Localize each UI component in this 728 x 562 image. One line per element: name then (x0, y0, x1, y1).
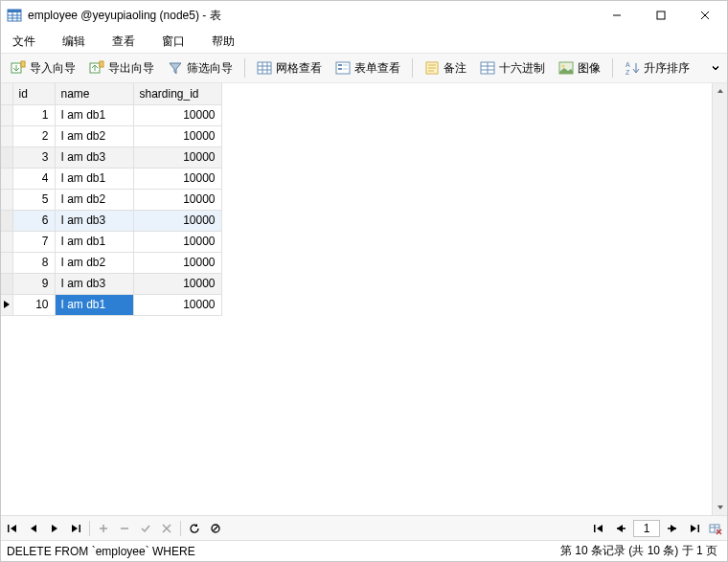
toolbar-overflow-button[interactable] (708, 55, 723, 81)
svg-text:Z: Z (626, 69, 630, 76)
export-icon (89, 60, 104, 76)
add-record-button[interactable] (96, 521, 111, 536)
form-icon (335, 60, 351, 76)
cell-id[interactable]: 6 (12, 210, 55, 231)
row-gutter (1, 125, 12, 146)
cell-name[interactable]: I am db1 (55, 104, 133, 125)
svg-rect-45 (594, 525, 596, 532)
menu-window[interactable]: 窗口 (156, 32, 191, 52)
last-record-button[interactable] (68, 521, 83, 536)
table-row[interactable]: 4I am db110000 (1, 168, 221, 189)
vertical-scrollbar[interactable] (712, 83, 727, 515)
note-button[interactable]: 备注 (419, 58, 472, 79)
table-row[interactable]: 2I am db210000 (1, 125, 221, 146)
apply-button[interactable] (138, 521, 153, 536)
first-page-button[interactable] (591, 521, 606, 536)
cell-name[interactable]: I am db2 (55, 125, 133, 146)
scroll-up-button[interactable] (713, 83, 727, 99)
image-label: 图像 (578, 60, 601, 77)
scroll-down-button[interactable] (713, 500, 727, 515)
table-row[interactable]: 8I am db210000 (1, 252, 221, 273)
cell-name[interactable]: I am db2 (55, 189, 133, 210)
cell-id[interactable]: 3 (12, 146, 55, 168)
filter-icon (168, 60, 183, 76)
menu-edit[interactable]: 编辑 (57, 32, 91, 52)
close-button[interactable] (683, 1, 727, 30)
col-header-name[interactable]: name (55, 83, 133, 104)
table-row[interactable]: 6I am db310000 (1, 210, 221, 231)
table-row[interactable]: 10I am db110000 (1, 294, 221, 315)
header-row: id name sharding_id (1, 83, 221, 104)
gutter-header (1, 83, 12, 104)
cell-id[interactable]: 10 (12, 294, 55, 315)
refresh-button[interactable] (187, 521, 202, 536)
hex-button[interactable]: 十六进制 (474, 58, 551, 79)
import-wizard-button[interactable]: 导入向导 (5, 58, 81, 79)
cell-id[interactable]: 9 (12, 273, 55, 294)
cancel-edit-button[interactable] (159, 521, 174, 536)
export-wizard-button[interactable]: 导出向导 (83, 58, 160, 79)
next-page-button[interactable] (666, 521, 681, 536)
cell-id[interactable]: 7 (12, 231, 55, 252)
minimize-button[interactable] (595, 1, 639, 30)
cell-sharding[interactable]: 10000 (133, 273, 221, 294)
last-page-button[interactable] (687, 521, 702, 536)
row-gutter (1, 231, 12, 252)
cell-name[interactable]: I am db3 (55, 146, 133, 168)
record-navbar (1, 515, 727, 540)
cell-name[interactable]: I am db1 (55, 168, 133, 189)
cell-name[interactable]: I am db2 (55, 252, 133, 273)
cell-sharding[interactable]: 10000 (133, 210, 221, 231)
image-button[interactable]: 图像 (553, 58, 606, 79)
cell-sharding[interactable]: 10000 (133, 168, 221, 189)
form-view-button[interactable]: 表单查看 (330, 58, 406, 79)
sort-asc-button[interactable]: AZ 升序排序 (619, 58, 695, 79)
cell-sharding[interactable]: 10000 (133, 189, 221, 210)
cell-id[interactable]: 2 (12, 125, 55, 146)
cell-sharding[interactable]: 10000 (133, 294, 221, 315)
delete-record-button[interactable] (117, 521, 132, 536)
menu-help[interactable]: 帮助 (206, 32, 240, 52)
table-row[interactable]: 1I am db110000 (1, 104, 221, 125)
next-record-button[interactable] (47, 521, 62, 536)
table-row[interactable]: 3I am db310000 (1, 146, 221, 168)
settings-button[interactable] (708, 521, 723, 536)
table-row[interactable]: 5I am db210000 (1, 189, 221, 210)
cell-sharding[interactable]: 10000 (133, 125, 221, 146)
prev-record-button[interactable] (26, 521, 41, 536)
table-row[interactable]: 7I am db110000 (1, 231, 221, 252)
data-grid[interactable]: id name sharding_id 1I am db1100002I am … (1, 83, 712, 515)
toolbar: 导入向导 导出向导 筛选向导 网格查看 表单查看 备注 十六进制 (1, 53, 727, 83)
filter-wizard-button[interactable]: 筛选向导 (162, 58, 239, 79)
cell-sharding[interactable]: 10000 (133, 231, 221, 252)
note-icon (424, 60, 440, 76)
cell-name[interactable]: I am db1 (55, 294, 133, 315)
hex-label: 十六进制 (499, 60, 545, 77)
cell-sharding[interactable]: 10000 (133, 104, 221, 125)
cell-sharding[interactable]: 10000 (133, 146, 221, 168)
maximize-button[interactable] (639, 1, 683, 30)
cell-id[interactable]: 8 (12, 252, 55, 273)
content-area: id name sharding_id 1I am db1100002I am … (1, 83, 727, 515)
svg-rect-11 (21, 61, 25, 67)
cell-id[interactable]: 5 (12, 189, 55, 210)
row-gutter (1, 168, 12, 189)
cell-id[interactable]: 1 (12, 104, 55, 125)
cell-name[interactable]: I am db3 (55, 273, 133, 294)
cell-id[interactable]: 4 (12, 168, 55, 189)
cell-name[interactable]: I am db1 (55, 231, 133, 252)
page-input[interactable] (633, 520, 660, 537)
menu-view[interactable]: 查看 (106, 32, 141, 52)
stop-button[interactable] (208, 521, 223, 536)
grid-view-button[interactable]: 网格查看 (251, 58, 328, 79)
menu-file[interactable]: 文件 (7, 32, 41, 52)
col-header-id[interactable]: id (12, 83, 55, 104)
statusbar: DELETE FROM `employee` WHERE 第 10 条记录 (共… (1, 540, 727, 561)
first-record-button[interactable] (5, 521, 20, 536)
prev-page-button[interactable] (612, 521, 627, 536)
table-row[interactable]: 9I am db310000 (1, 273, 221, 294)
col-header-sharding[interactable]: sharding_id (133, 83, 221, 104)
cell-name[interactable]: I am db3 (55, 210, 133, 231)
toolbar-separator (612, 58, 613, 78)
cell-sharding[interactable]: 10000 (133, 252, 221, 273)
